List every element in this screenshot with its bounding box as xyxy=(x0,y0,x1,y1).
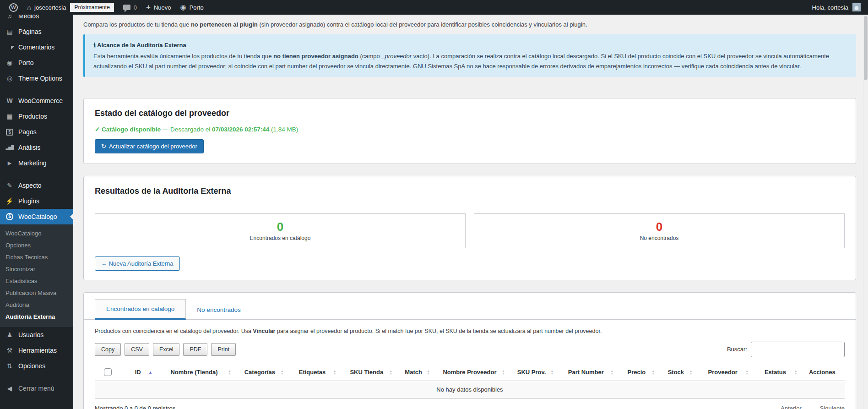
porto-menu[interactable]: ◉ Porto xyxy=(176,0,208,15)
menu-separator xyxy=(0,171,73,178)
column-nombre-tienda[interactable]: Nombre (Tienda)▲▼ xyxy=(155,364,233,381)
new-content-menu[interactable]: + Nuevo xyxy=(141,0,176,15)
sidebar-item-comentarios[interactable]: Comentarios xyxy=(0,39,73,55)
porto-icon: ◉ xyxy=(180,3,186,11)
settings-sliders-icon: ⇅ xyxy=(5,362,14,370)
submenu-item-auditoria[interactable]: Auditoría xyxy=(0,299,73,311)
sidebar-item-cerrar-menu[interactable]: ◀ Cerrar menú xyxy=(0,381,73,396)
column-id[interactable]: ID▲ xyxy=(121,364,155,381)
sidebar-item-productos[interactable]: ▦ Productos xyxy=(0,109,73,124)
sidebar-item-theme-options[interactable]: ◎ Theme Options xyxy=(0,71,73,86)
sort-both-icon: ▲▼ xyxy=(502,370,505,375)
submenu-item-publicacion-masiva[interactable]: Publicación Masiva xyxy=(0,287,73,299)
sort-both-icon: ▲▼ xyxy=(794,370,797,375)
wordpress-menu[interactable]: W xyxy=(5,0,22,15)
avatar[interactable]: ☻ xyxy=(852,3,861,11)
menu-separator xyxy=(0,86,73,93)
coming-soon-badge: Próximamente xyxy=(70,3,114,12)
export-buttons: Copy CSV Excel PDF Print xyxy=(95,343,236,356)
found-stat-box: 0 Encontrados en catálogo xyxy=(95,213,466,248)
found-count: 0 xyxy=(100,219,461,234)
column-categorias[interactable]: Categorías▲▼ xyxy=(233,364,286,381)
menu-separator xyxy=(0,374,73,381)
sidebar-item-woocatalogo[interactable]: $ WooCatalogo xyxy=(0,209,73,224)
sidebar-item-opciones[interactable]: ⇅ Opciones xyxy=(0,358,73,374)
search-input[interactable] xyxy=(751,342,845,357)
scrollbar-thumb[interactable] xyxy=(864,16,868,80)
dollar-circle-icon: $ xyxy=(6,213,13,220)
products-icon: ▦ xyxy=(5,112,14,120)
notice-title: ℹ Alcance de la Auditoría Externa xyxy=(93,40,848,50)
submenu-item-estadisticas[interactable]: Estadisticas xyxy=(0,275,73,287)
comments-link[interactable]: 0 xyxy=(119,0,141,15)
sidebar-item-paginas[interactable]: ▤ Páginas xyxy=(0,24,73,39)
submenu-item-sincronizar[interactable]: Sincronizar xyxy=(0,263,73,275)
column-part-number[interactable]: Part Number▲▼ xyxy=(556,364,616,381)
next-page-button[interactable]: Siguiente xyxy=(820,405,845,409)
pdf-button[interactable]: PDF xyxy=(183,343,207,356)
sidebar-item-woocommerce[interactable]: W WooCommerce xyxy=(0,93,73,109)
sidebar-item-label: Cerrar menú xyxy=(18,384,54,393)
submenu-item-woocatalogo[interactable]: WooCatalogo xyxy=(0,228,73,240)
catalog-status-card: Estado del catálogo del proveedor ✓ Catá… xyxy=(83,98,856,164)
sidebar-item-label: Herramientas xyxy=(18,346,57,354)
check-icon: ✓ xyxy=(95,126,100,133)
sidebar-item-label: WooCommerce xyxy=(18,97,63,105)
update-catalog-button[interactable]: ↻Actualizar catálogo del proveedor xyxy=(95,139,204,153)
greeting-text[interactable]: Hola, cortesia xyxy=(812,4,848,11)
submenu-item-opciones[interactable]: Opciones xyxy=(0,240,73,251)
sidebar-item-marketing[interactable]: ► Marketing xyxy=(0,155,73,171)
sidebar-item-analisis[interactable]: ▂▅█ Análisis xyxy=(0,140,73,155)
sidebar-item-medios[interactable]: ♫ Medios xyxy=(0,15,73,24)
column-stock[interactable]: Stock▲▼ xyxy=(657,364,694,381)
pagination: Anterior Siguiente xyxy=(781,405,845,409)
sidebar-item-usuarios[interactable]: ♟ Usuarios xyxy=(0,327,73,343)
info-icon: ℹ xyxy=(93,42,96,49)
sidebar-item-label: Análisis xyxy=(18,143,40,152)
sidebar-item-herramientas[interactable]: ⚒ Herramientas xyxy=(0,343,73,358)
new-audit-button[interactable]: ← Nueva Auditoría Externa xyxy=(95,256,180,271)
tab-no-encontrados[interactable]: No encontrados xyxy=(186,300,251,319)
sidebar-item-aspecto[interactable]: ✎ Aspecto xyxy=(0,178,73,193)
sidebar-item-label: Pagos xyxy=(18,128,37,136)
info-notice: ℹ Alcance de la Auditoría Externa Esta h… xyxy=(83,34,856,77)
wordpress-logo-icon: W xyxy=(9,3,18,12)
submenu-item-auditoria-externa[interactable]: Auditoría Externa xyxy=(0,311,73,323)
column-match[interactable]: Match▲▼ xyxy=(395,364,432,381)
copy-button[interactable]: Copy xyxy=(95,343,121,356)
column-proveedor[interactable]: Proveedor▲▼ xyxy=(694,364,751,381)
column-acciones[interactable]: Acciones xyxy=(800,364,845,381)
print-button[interactable]: Print xyxy=(211,343,236,356)
page-scrollbar[interactable] xyxy=(863,15,868,409)
porto-circle-icon: ◉ xyxy=(5,59,14,67)
column-estatus[interactable]: Estatus▲▼ xyxy=(751,364,799,381)
sidebar-item-plugins[interactable]: ⚡ Plugins xyxy=(0,193,73,209)
sort-both-icon: ▲▼ xyxy=(281,370,284,375)
column-precio[interactable]: Precio▲▼ xyxy=(616,364,657,381)
submenu-item-fichas-tecnicas[interactable]: Fichas Tecnicas xyxy=(0,251,73,263)
column-etiquetas[interactable]: Etiquetas▲▼ xyxy=(286,364,339,381)
sort-both-icon: ▲▼ xyxy=(745,370,749,375)
megaphone-icon: ► xyxy=(5,159,14,167)
sidebar-item-label: Opciones xyxy=(18,362,45,370)
select-all-checkbox[interactable] xyxy=(104,368,112,376)
sidebar-item-label: Productos xyxy=(18,112,47,120)
sidebar-item-pagos[interactable]: $ Pagos xyxy=(0,124,73,140)
search-label: Buscar: xyxy=(727,346,747,353)
sidebar-item-porto[interactable]: ◉ Porto xyxy=(0,55,73,71)
site-name-link[interactable]: ⌂ josecortesia Próximamente xyxy=(22,0,119,15)
column-sku-prov[interactable]: SKU Prov.▲▼ xyxy=(507,364,556,381)
excel-button[interactable]: Excel xyxy=(153,343,180,356)
main-content: Compara los productos de tu tienda que n… xyxy=(73,15,868,409)
csv-button[interactable]: CSV xyxy=(125,343,149,356)
column-sku-tienda[interactable]: SKU Tienda▲▼ xyxy=(338,364,395,381)
previous-page-button[interactable]: Anterior xyxy=(781,405,802,409)
tab-encontrados[interactable]: Encontrados en catálogo xyxy=(95,299,186,320)
plus-icon: + xyxy=(146,3,151,12)
sidebar-item-label: WooCatalogo xyxy=(18,213,57,221)
comments-count: 0 xyxy=(134,4,137,11)
woocommerce-icon: W xyxy=(5,97,14,105)
sidebar-item-label: Medios xyxy=(18,15,39,20)
table-header-row: ID▲ Nombre (Tienda)▲▼ Categorías▲▼ Etiqu… xyxy=(95,364,845,381)
column-nombre-proveedor[interactable]: Nombre Proveedor▲▼ xyxy=(432,364,507,381)
